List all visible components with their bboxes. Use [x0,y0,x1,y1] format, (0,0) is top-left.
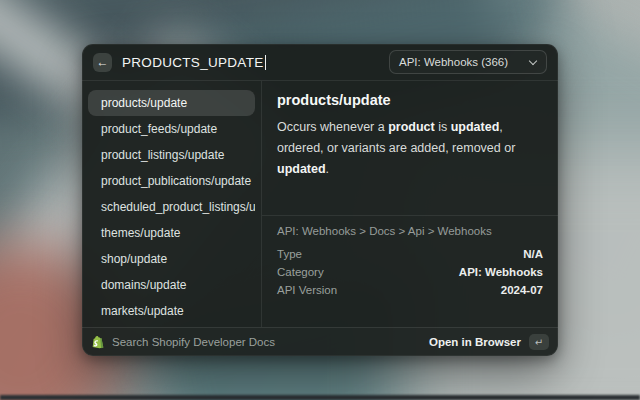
list-item[interactable]: domains/update [88,272,255,298]
detail-description: Occurs whenever a product is updated, or… [277,117,543,180]
metadata-value: API: Webhooks [459,266,543,278]
text-caret [265,55,267,70]
action-bar: Search Shopify Developer Docs Open in Br… [82,327,558,356]
list-item[interactable]: product_feeds/update [88,116,255,142]
shopify-icon [91,335,104,350]
extension-name: Search Shopify Developer Docs [112,336,275,348]
metadata-row: Category API: Webhooks [277,263,543,281]
breadcrumb: API: Webhooks > Docs > Api > Webhooks [277,225,543,237]
list-item[interactable]: product_publications/update [88,168,255,194]
list-item[interactable]: themes/update [88,220,255,246]
wallpaper-bottom-strip [0,395,640,400]
metadata-row: Type N/A [277,245,543,263]
results-area: products/update product_feeds/update pro… [82,81,558,327]
metadata-label: Category [277,266,324,278]
metadata-label: Type [277,248,302,260]
metadata-value: 2024-07 [501,284,543,296]
search-input-value: PRODUCTS_UPDATE [122,55,264,70]
detail-title: products/update [277,92,543,108]
search-input[interactable]: PRODUCTS_UPDATE [122,55,266,70]
list-item[interactable]: markets/update [88,298,255,324]
list-item[interactable]: products/update [88,90,255,116]
open-in-browser-action[interactable]: Open in Browser [429,336,521,348]
launcher-window: ← PRODUCTS_UPDATE API: Webhooks (366) pr… [82,44,558,356]
enter-key-icon: ↵ [535,337,543,348]
detail-panel: products/update Occurs whenever a produc… [262,81,558,327]
search-bar: ← PRODUCTS_UPDATE API: Webhooks (366) [82,44,558,81]
list-item[interactable]: product_listings/update [88,142,255,168]
api-filter-label: API: Webhooks (366) [399,56,508,68]
enter-key-button[interactable]: ↵ [529,334,549,350]
back-button[interactable]: ← [93,53,112,72]
list-item[interactable]: scheduled_product_listings/upd... [88,194,255,220]
back-arrow-icon: ← [97,55,109,69]
metadata-label: API Version [277,284,337,296]
chevron-down-icon [529,56,537,64]
list-item[interactable]: shop/update [88,246,255,272]
detail-description-section: products/update Occurs whenever a produc… [262,81,558,216]
metadata-row: API Version 2024-07 [277,281,543,299]
api-filter-dropdown[interactable]: API: Webhooks (366) [389,50,547,74]
detail-metadata-section: API: Webhooks > Docs > Api > Webhooks Ty… [262,216,558,308]
results-list: products/update product_feeds/update pro… [82,81,262,327]
metadata-value: N/A [523,248,543,260]
